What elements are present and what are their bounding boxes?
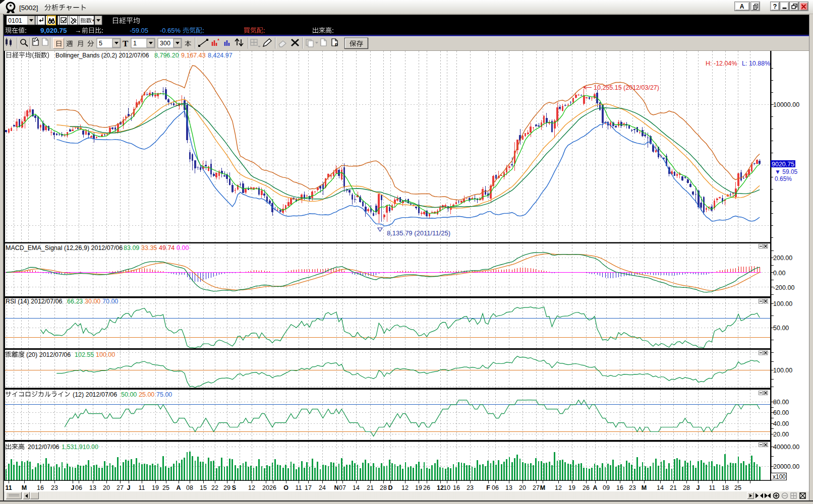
svg-text:28: 28 [683, 484, 690, 491]
svg-text:J: J [71, 484, 75, 491]
svg-text:N: N [334, 484, 338, 491]
svg-text:MACD_EMA_Signal (12,26,9) 2012: MACD_EMA_Signal (12,26,9) 2012/07/06 [6, 244, 123, 251]
svg-text:23: 23 [467, 484, 474, 491]
svg-text:11: 11 [296, 484, 302, 491]
svg-text:20: 20 [262, 484, 269, 491]
svg-text:07: 07 [339, 484, 346, 491]
svg-text:19: 19 [568, 484, 575, 491]
svg-text:16: 16 [37, 484, 44, 491]
svg-text:30.00: 30.00 [85, 298, 100, 305]
svg-text:8,135.79 (2011/11/25): 8,135.79 (2011/11/25) [387, 229, 450, 237]
svg-text:10: 10 [443, 484, 450, 491]
svg-text:M: M [540, 484, 545, 491]
svg-text:D: D [388, 484, 392, 491]
svg-text:25.00: 25.00 [139, 391, 154, 398]
svg-text:J: J [696, 484, 700, 491]
svg-text:60.00: 60.00 [773, 409, 789, 416]
svg-text:25: 25 [162, 484, 169, 491]
svg-text:100.00: 100.00 [773, 300, 792, 307]
svg-text:18: 18 [722, 484, 729, 491]
svg-text:11: 11 [709, 484, 716, 491]
svg-text:100.00: 100.00 [773, 367, 792, 374]
svg-text:49.74: 49.74 [159, 244, 175, 251]
svg-text:12: 12 [401, 484, 409, 491]
svg-text:M: M [642, 484, 647, 491]
svg-text:26: 26 [583, 484, 590, 491]
svg-text:T: T [123, 39, 129, 48]
svg-text:Bollinger_Bands (20,2) 2012/07: Bollinger_Bands (20,2) 2012/07/06 [55, 52, 149, 59]
svg-text:17: 17 [305, 484, 312, 491]
svg-text:21: 21 [670, 484, 677, 491]
svg-text:200.00: 200.00 [773, 255, 792, 262]
svg-text:*: * [92, 18, 95, 25]
svg-text:83.09: 83.09 [124, 244, 139, 251]
svg-text:33.35: 33.35 [141, 244, 157, 251]
svg-text:26: 26 [269, 484, 276, 491]
svg-text:70.00: 70.00 [102, 298, 118, 305]
svg-text:20000.00: 20000.00 [773, 463, 799, 470]
svg-text:102.55: 102.55 [75, 351, 94, 358]
svg-text:75.00: 75.00 [156, 391, 172, 398]
svg-text:26: 26 [423, 484, 430, 491]
svg-text:M: M [22, 484, 27, 491]
svg-text:0101: 0101 [8, 17, 22, 24]
svg-text:H: -12.04%: H: -12.04% [706, 60, 737, 67]
svg-text:16: 16 [616, 484, 623, 491]
svg-text:14: 14 [353, 484, 360, 491]
svg-text:8,424.97: 8,424.97 [208, 52, 233, 59]
svg-text:28: 28 [380, 484, 387, 491]
svg-text:RSI (14) 2012/07/06: RSI (14) 2012/07/06 [6, 298, 63, 305]
svg-text:21: 21 [367, 484, 374, 491]
svg-text:06: 06 [492, 484, 499, 491]
svg-text:12: 12 [248, 484, 255, 491]
svg-text:19: 19 [415, 484, 422, 491]
svg-text:20: 20 [519, 484, 526, 491]
svg-text:50.00: 50.00 [773, 325, 789, 332]
svg-text:16: 16 [453, 484, 460, 491]
svg-text:-0.65%: -0.65% [160, 27, 181, 34]
svg-text:0.00: 0.00 [773, 270, 785, 277]
svg-text:11: 11 [139, 484, 145, 491]
svg-text:14: 14 [657, 484, 664, 491]
svg-text:[5002]: [5002] [19, 4, 38, 12]
svg-text:10,255.15 (2012/03/27): 10,255.15 (2012/03/27) [594, 84, 659, 91]
svg-text:1,531,910.00: 1,531,910.00 [62, 444, 98, 451]
svg-text:10000.00: 10000.00 [773, 101, 799, 108]
svg-text:25: 25 [734, 484, 741, 491]
svg-text:08: 08 [186, 484, 193, 491]
svg-text:-200.00: -200.00 [773, 284, 794, 291]
svg-text:100.00: 100.00 [96, 351, 115, 358]
svg-text:23: 23 [629, 484, 636, 491]
svg-text:A: A [176, 484, 181, 491]
svg-text:-59.05: -59.05 [130, 27, 148, 34]
svg-text:23: 23 [51, 484, 58, 491]
svg-text:27: 27 [533, 484, 540, 491]
svg-text:19: 19 [152, 484, 159, 491]
svg-text:27: 27 [117, 484, 124, 491]
svg-text:→: → [75, 27, 81, 34]
svg-text:20: 20 [103, 484, 110, 491]
svg-text:9,167.43: 9,167.43 [181, 52, 206, 59]
svg-text:24: 24 [319, 484, 326, 491]
svg-text:40000.00: 40000.00 [773, 444, 799, 451]
svg-text:A: A [593, 484, 597, 491]
svg-text:?: ? [773, 3, 777, 10]
svg-text:13: 13 [505, 484, 512, 491]
svg-text:15: 15 [200, 484, 207, 491]
svg-text:80.00: 80.00 [773, 399, 789, 406]
svg-text:0.65%: 0.65% [775, 175, 792, 182]
svg-text:8,796.20: 8,796.20 [154, 52, 179, 59]
svg-text:▼ 59.05: ▼ 59.05 [775, 168, 798, 175]
svg-text:O: O [283, 484, 288, 491]
svg-text:40.00: 40.00 [773, 420, 789, 427]
svg-text:66.23: 66.23 [67, 298, 83, 305]
svg-text:12: 12 [437, 484, 444, 491]
svg-text:29: 29 [223, 484, 230, 491]
svg-text:L: 10.88%: L: 10.88% [742, 60, 770, 67]
svg-text:(20) 2012/07/06: (20) 2012/07/06 [26, 351, 71, 358]
svg-text:22: 22 [211, 484, 218, 491]
svg-text:11: 11 [5, 484, 12, 491]
svg-text:A: A [740, 3, 744, 10]
svg-text:2012/07/06: 2012/07/06 [28, 444, 60, 451]
svg-text:50.00: 50.00 [121, 391, 137, 398]
